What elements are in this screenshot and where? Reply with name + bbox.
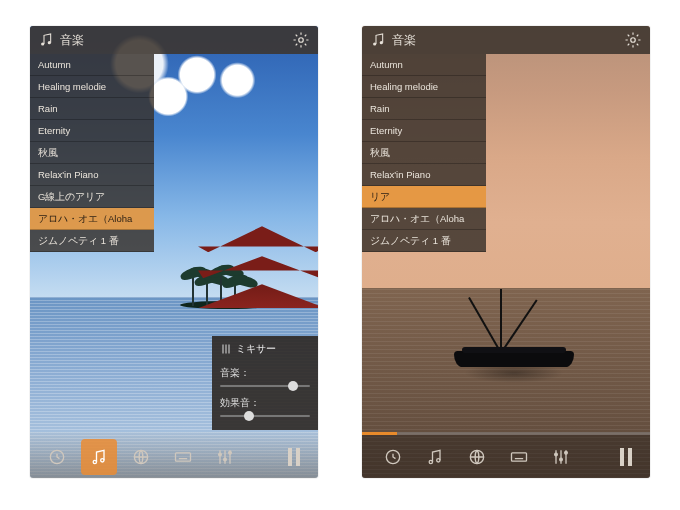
svg-point-16 (631, 38, 636, 43)
svg-rect-21 (512, 453, 527, 461)
music-icon (89, 447, 109, 467)
mixer-icon (220, 343, 232, 355)
nav-keyboard-button[interactable] (501, 439, 537, 475)
header-title: 音楽 (60, 32, 84, 49)
svg-point-19 (437, 459, 440, 462)
track-item[interactable]: Rain (362, 98, 486, 120)
svg-point-18 (429, 460, 432, 463)
clock-icon (47, 447, 67, 467)
globe-icon (131, 447, 151, 467)
keyboard-icon (509, 447, 529, 467)
mixer-panel: ミキサー 音楽：効果音： (212, 336, 318, 430)
svg-point-12 (224, 458, 227, 461)
header-bar: 音楽 (30, 26, 318, 54)
track-item[interactable]: Eternity (362, 120, 486, 142)
nav-equalizer-button[interactable] (543, 439, 579, 475)
nav-music-button[interactable] (417, 439, 453, 475)
globe-icon (467, 447, 487, 467)
nav-equalizer-button[interactable] (207, 439, 243, 475)
mixer-title: ミキサー (236, 342, 276, 356)
track-item[interactable]: アロハ・オエ（Aloha (30, 208, 154, 230)
svg-rect-4 (226, 345, 227, 354)
svg-point-23 (560, 458, 563, 461)
track-item[interactable]: 秋風 (362, 142, 486, 164)
svg-point-24 (565, 452, 568, 455)
nav-clock-button[interactable] (39, 439, 75, 475)
track-list: AutumnHealing melodieRainEternity秋風Relax… (30, 54, 154, 252)
svg-point-13 (229, 452, 232, 455)
track-item[interactable]: 秋風 (30, 142, 154, 164)
bottom-bar (30, 432, 318, 478)
track-item[interactable]: ジムノペティ 1 番 (362, 230, 486, 252)
settings-button[interactable] (292, 31, 310, 49)
svg-point-2 (299, 38, 304, 43)
mixer-row-label: 音楽： (220, 366, 310, 380)
track-item[interactable]: Eternity (30, 120, 154, 142)
keyboard-icon (173, 447, 193, 467)
header-bar: 音楽 (362, 26, 650, 54)
pause-button[interactable] (608, 439, 644, 475)
svg-point-15 (380, 41, 383, 44)
music-note-icon (370, 32, 386, 48)
svg-point-1 (48, 41, 51, 44)
equalizer-icon (551, 447, 571, 467)
track-item[interactable]: Relax'in Piano (362, 164, 486, 186)
track-item[interactable]: Healing melodie (362, 76, 486, 98)
screen-left: 音楽 AutumnHealing melodieRainEternity秋風Re… (30, 26, 318, 478)
screen-right: 音楽 AutumnHealing melodieRainEternity秋風Re… (362, 26, 650, 478)
svg-rect-5 (229, 345, 230, 354)
mixer-row-label: 効果音： (220, 396, 310, 410)
svg-point-7 (93, 460, 96, 463)
track-item[interactable]: Rain (30, 98, 154, 120)
track-item[interactable]: アロハ・オエ（Aloha (362, 208, 486, 230)
track-item[interactable]: G線上のアリア (30, 186, 154, 208)
track-item[interactable]: Relax'in Piano (30, 164, 154, 186)
nav-clock-button[interactable] (375, 439, 411, 475)
clock-icon (383, 447, 403, 467)
mixer-slider[interactable] (220, 382, 310, 390)
nav-globe-button[interactable] (459, 439, 495, 475)
progress-track[interactable] (362, 432, 650, 435)
track-item[interactable]: リア (362, 186, 486, 208)
music-icon (425, 447, 445, 467)
svg-point-11 (219, 453, 222, 456)
svg-rect-3 (223, 345, 224, 354)
track-item[interactable]: Autumn (30, 54, 154, 76)
track-item[interactable]: Autumn (362, 54, 486, 76)
bottom-bar (362, 432, 650, 478)
header-title: 音楽 (392, 32, 416, 49)
nav-music-button[interactable] (81, 439, 117, 475)
track-item[interactable]: ジムノペティ 1 番 (30, 230, 154, 252)
equalizer-icon (215, 447, 235, 467)
svg-rect-10 (176, 453, 191, 461)
nav-globe-button[interactable] (123, 439, 159, 475)
mixer-slider[interactable] (220, 412, 310, 420)
nav-keyboard-button[interactable] (165, 439, 201, 475)
music-note-icon (38, 32, 54, 48)
track-item[interactable]: Healing melodie (30, 76, 154, 98)
svg-point-14 (373, 42, 376, 45)
pause-button[interactable] (276, 439, 312, 475)
svg-point-22 (555, 453, 558, 456)
track-list: AutumnHealing melodieRainEternity秋風Relax… (362, 54, 486, 252)
settings-button[interactable] (624, 31, 642, 49)
svg-point-8 (101, 459, 104, 462)
svg-point-0 (41, 42, 44, 45)
